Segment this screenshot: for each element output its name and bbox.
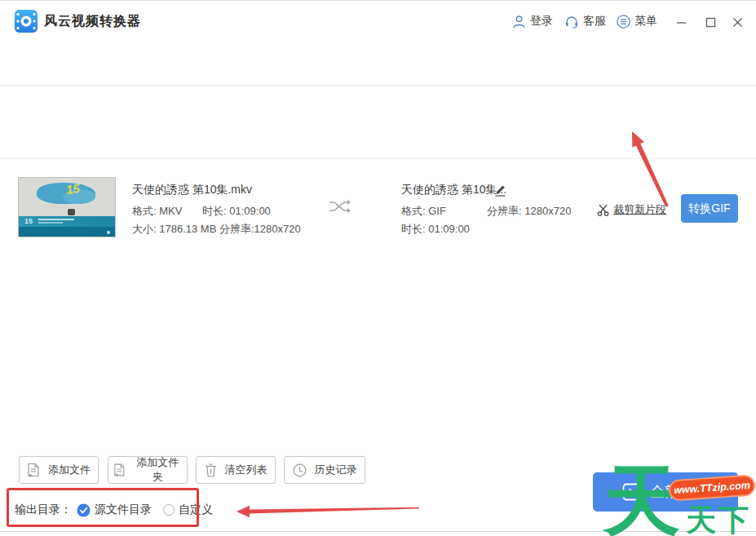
menu-label: 菜单 [634, 14, 657, 29]
convert-all-label: 全部转换 [650, 482, 709, 502]
add-folder-icon [113, 463, 126, 477]
radio-unchecked-icon [163, 504, 175, 516]
close-icon [732, 17, 743, 28]
trash-icon [205, 463, 217, 477]
title-bar: 风云视频转换器 登录 客服 菜单 [0, 1, 756, 42]
source-dir-label: 源文件目录 [95, 503, 152, 517]
clear-list-button[interactable]: 清空列表 [196, 456, 276, 484]
source-filename: 天使的誘惑 第10集.mkv [132, 183, 252, 197]
app-title: 风云视频转换器 [44, 13, 141, 30]
output-dir-label: 输出目录： [15, 503, 72, 517]
output-filename: 天使的誘惑 第10集... [401, 183, 506, 197]
minimize-button[interactable] [674, 15, 688, 29]
convert-all-button[interactable]: 全部转换 [593, 472, 738, 512]
minimize-icon [676, 17, 687, 28]
convert-gif-button[interactable]: 转换GIF [681, 194, 738, 223]
add-folder-button[interactable]: 添加文件夹 [108, 456, 188, 484]
radio-source-dir[interactable]: 源文件目录 [77, 503, 152, 517]
clear-list-label: 清空列表 [225, 463, 267, 477]
add-file-icon [27, 463, 40, 477]
source-duration: 时长: 01:09:00 [202, 204, 271, 219]
bottom-divider [0, 531, 756, 532]
edit-filename-icon[interactable] [494, 184, 506, 197]
scissors-icon [597, 204, 609, 216]
add-file-button[interactable]: 添加文件 [19, 456, 99, 484]
thumbnail-number: 15 [65, 181, 81, 197]
menu-button[interactable]: 菜单 [617, 12, 657, 30]
file-list-row[interactable]: 15 15 天使的誘惑 第10集.mkv 格式: MKV 时长: 01:09:0… [0, 86, 756, 159]
tab-bar: 返回 视频转换 视频裁剪 [0, 42, 756, 86]
add-folder-label: 添加文件夹 [134, 455, 182, 485]
headset-icon [564, 15, 579, 29]
shuffle-icon[interactable] [328, 198, 351, 215]
clock-icon [293, 463, 307, 477]
source-size-resolution: 大小: 1786.13 MB 分辨率:1280x720 [132, 222, 301, 237]
user-icon [512, 15, 526, 29]
maximize-icon [705, 17, 716, 28]
trim-new-clip-link[interactable]: 裁剪新片段 [597, 202, 666, 217]
trim-link-label: 裁剪新片段 [613, 202, 666, 217]
output-resolution: 分辨率: 1280x720 [487, 204, 571, 219]
output-format: 格式: GIF [401, 204, 446, 219]
source-format: 格式: MKV [132, 204, 182, 219]
add-file-label: 添加文件 [48, 463, 91, 477]
login-label: 登录 [530, 14, 553, 29]
play-box-icon [622, 483, 640, 501]
output-duration: 时长: 01:09:00 [401, 222, 470, 237]
maximize-button[interactable] [703, 15, 718, 29]
output-dir-row: 输出目录： 源文件目录 自定义 [15, 503, 213, 517]
close-button[interactable] [730, 15, 745, 29]
app-logo-icon [15, 10, 38, 33]
radio-custom-dir[interactable]: 自定义 [163, 503, 213, 517]
app-window: 风云视频转换器 登录 客服 菜单 [0, 0, 756, 536]
custom-dir-label: 自定义 [179, 503, 213, 517]
login-button[interactable]: 登录 [512, 12, 553, 30]
history-button[interactable]: 历史记录 [284, 456, 365, 484]
support-button[interactable]: 客服 [564, 12, 606, 30]
annotation-arrow-left [230, 498, 426, 520]
menu-icon [617, 15, 630, 29]
support-label: 客服 [583, 14, 606, 29]
radio-checked-icon [77, 503, 91, 517]
history-label: 历史记录 [315, 463, 357, 477]
video-thumbnail: 15 15 [18, 177, 116, 237]
